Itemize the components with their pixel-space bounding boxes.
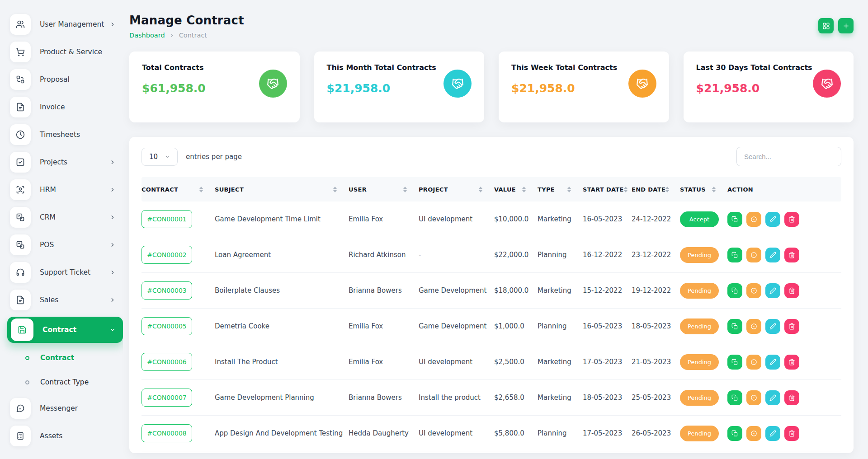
sidebar-item[interactable]: Contract [7, 317, 123, 343]
table-header: CONTRACT SUBJECT USER PROJECT [142, 177, 841, 201]
breadcrumb-chevron-icon [170, 33, 175, 38]
sidebar-item[interactable]: Invoice [7, 96, 123, 118]
contract-id-badge[interactable]: #CON00006 [142, 353, 192, 371]
contract-id-badge[interactable]: #CON00007 [142, 389, 192, 407]
duplicate-button[interactable] [727, 212, 742, 227]
sidebar-item[interactable]: Projects [7, 151, 123, 173]
edit-button[interactable] [765, 283, 780, 298]
contract-id-badge[interactable]: #CON00001 [142, 210, 192, 228]
contract-id-badge[interactable]: #CON00005 [142, 317, 192, 335]
sidebar-item[interactable]: Product & Service [7, 41, 123, 63]
chevron-icon [109, 159, 116, 165]
sidebar-item[interactable]: Contract Type [7, 373, 123, 391]
type-cell: Marketing [538, 286, 583, 295]
view-button[interactable] [746, 283, 761, 298]
sidebar: User Management Product & Service [0, 0, 123, 459]
column-header[interactable]: CONTRACT [142, 186, 215, 193]
grid-view-button[interactable] [818, 18, 834, 33]
stat-card: Total Contracts $61,958.0 [129, 52, 300, 122]
column-header[interactable]: SUBJECT [215, 186, 349, 193]
delete-button[interactable] [784, 283, 799, 298]
sort-icon[interactable] [624, 187, 627, 192]
sidebar-item-icon [16, 158, 25, 167]
sort-icon[interactable] [479, 187, 482, 192]
column-header[interactable]: START DATE [583, 186, 632, 193]
view-button[interactable] [746, 390, 761, 405]
sidebar-item[interactable]: Sales [7, 289, 123, 311]
sidebar-item[interactable]: HRM [7, 179, 123, 201]
delete-button[interactable] [784, 212, 799, 227]
edit-button[interactable] [765, 248, 780, 262]
contract-id-badge[interactable]: #CON00002 [142, 246, 192, 264]
sidebar-item[interactable]: POS [7, 234, 123, 256]
column-header[interactable]: END DATE [632, 186, 680, 193]
delete-button[interactable] [784, 390, 799, 405]
sort-icon[interactable] [199, 187, 203, 192]
contract-id-cell: #CON00005 [142, 317, 215, 335]
duplicate-button[interactable] [727, 248, 742, 262]
value-cell: $10,000.0 [494, 215, 538, 223]
column-header[interactable]: TYPE [538, 186, 583, 193]
column-header[interactable]: VALUE [494, 186, 538, 193]
sort-icon[interactable] [665, 187, 669, 192]
status-cell: Pending [680, 354, 727, 370]
column-header[interactable]: STATUS [680, 186, 727, 193]
sidebar-item[interactable]: User Management [7, 14, 123, 35]
edit-button[interactable] [765, 390, 780, 405]
delete-button[interactable] [784, 355, 799, 370]
sort-icon[interactable] [567, 187, 571, 192]
sidebar-item[interactable]: Proposal [7, 69, 123, 90]
page-title: Manage Contract [129, 14, 244, 27]
sidebar-item[interactable]: Timesheets [7, 124, 123, 145]
sidebar-item[interactable]: Assets [7, 425, 123, 447]
sidebar-item[interactable]: Messenger [7, 398, 123, 419]
duplicate-button[interactable] [727, 426, 742, 441]
breadcrumb-dashboard-link[interactable]: Dashboard [129, 32, 165, 39]
view-button[interactable] [746, 319, 761, 334]
page-title-block: Manage Contract Dashboard Contract [129, 14, 244, 39]
duplicate-button[interactable] [727, 355, 742, 370]
status-cell: Pending [680, 247, 727, 263]
entries-per-page-select[interactable]: 10 [142, 148, 178, 166]
view-button[interactable] [746, 248, 761, 262]
add-contract-button[interactable] [838, 18, 854, 33]
view-button[interactable] [746, 426, 761, 441]
duplicate-button[interactable] [727, 283, 742, 298]
edit-button[interactable] [765, 212, 780, 227]
sidebar-item[interactable]: Support Ticket [7, 262, 123, 283]
search-input[interactable] [736, 147, 841, 166]
column-header[interactable]: PROJECT [419, 186, 494, 193]
contract-id-badge[interactable]: #CON00008 [142, 424, 192, 442]
sidebar-item-icon [18, 325, 27, 334]
sidebar-item-icon-box [10, 426, 31, 446]
delete-button[interactable] [784, 426, 799, 441]
edit-button[interactable] [765, 355, 780, 370]
status-badge: Accept [680, 211, 719, 227]
view-button[interactable] [746, 355, 761, 370]
chevron-icon [109, 327, 116, 333]
contract-id-cell: #CON00002 [142, 246, 215, 264]
delete-button[interactable] [784, 248, 799, 262]
sort-icon[interactable] [712, 187, 716, 192]
edit-button[interactable] [765, 426, 780, 441]
duplicate-button[interactable] [727, 390, 742, 405]
view-button[interactable] [746, 212, 761, 227]
copy-icon [731, 430, 738, 437]
column-header[interactable]: ACTION [727, 186, 841, 193]
sidebar-item[interactable]: CRM [7, 206, 123, 228]
sort-icon[interactable] [403, 187, 407, 192]
sidebar-item[interactable]: Contract [7, 349, 123, 367]
sort-icon[interactable] [333, 187, 337, 192]
column-header[interactable]: USER [349, 186, 419, 193]
project-cell: UI development [419, 358, 494, 366]
sort-icon[interactable] [522, 187, 526, 192]
subject-cell: Install The Product [215, 358, 349, 366]
subject-cell: Game Development Planning [215, 393, 349, 402]
edit-button[interactable] [765, 319, 780, 334]
contract-id-badge[interactable]: #CON00003 [142, 281, 192, 300]
duplicate-button[interactable] [727, 319, 742, 334]
sidebar-item-icon [16, 75, 25, 84]
stat-card-value: $21,958.0 [511, 82, 617, 95]
view-icon [750, 359, 757, 365]
delete-button[interactable] [784, 319, 799, 334]
